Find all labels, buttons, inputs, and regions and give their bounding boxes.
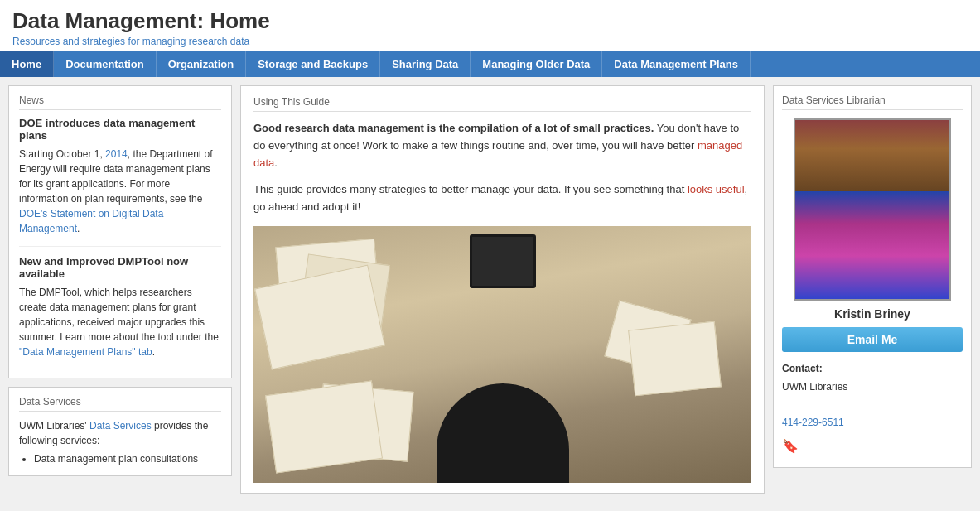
guide-para-1: Good research data management is the com… [253,120,751,171]
svg-point-19 [850,163,896,215]
news-item-1: DOE introduces data management plans Sta… [19,117,221,236]
site-header: Data Management: Home Resources and stra… [0,0,980,51]
svg-rect-8 [795,152,832,167]
svg-rect-7 [891,137,928,152]
news-card: News DOE introduces data management plan… [8,85,232,378]
nav-documentation[interactable]: Documentation [54,51,157,77]
svg-rect-17 [873,186,910,200]
data-services-body: UWM Libraries' Data Services provides th… [19,418,221,448]
data-services-list: Data management plan consultations [34,453,221,465]
right-panel: Data Services Librarian [773,85,972,494]
librarian-name: Kristin Briney [782,307,963,321]
subtitle-link[interactable]: managing research data [142,36,249,47]
contact-section: Contact: UWM Libraries 414-229-6511 🔖 [782,360,963,459]
svg-rect-29 [851,257,863,263]
page-title: Data Management: Home [12,8,968,34]
svg-rect-9 [834,152,871,167]
nav-storage-backups[interactable]: Storage and Backups [246,51,380,77]
chair [437,383,569,483]
paper-7 [628,321,722,397]
content-card: Using This Guide Good research data mana… [240,85,765,494]
data-services-link[interactable]: Data Services [89,420,152,431]
content-section-title: Using This Guide [253,96,751,112]
main-nav: Home Documentation Organization Storage … [0,51,980,77]
site-subtitle: Resources and strategies for managing re… [12,36,968,47]
data-services-list-item-1: Data management plan consultations [34,453,221,465]
phone-link[interactable]: 11 [833,417,843,428]
librarian-photo [794,118,951,301]
news-divider [19,246,221,247]
data-services-card: Data Services UWM Libraries' Data Servic… [8,387,232,476]
nav-home[interactable]: Home [0,51,54,77]
paper-3 [254,265,385,370]
svg-rect-3 [873,120,910,135]
svg-rect-15 [795,186,832,200]
nav-managing-older-data[interactable]: Managing Older Data [471,51,602,77]
svg-rect-18 [912,186,949,200]
svg-rect-21 [850,173,896,186]
svg-rect-25 [848,229,865,236]
nav-sharing-data[interactable]: Sharing Data [380,51,471,77]
librarian-photo-inner [795,120,949,299]
svg-rect-22 [858,191,871,200]
svg-point-20 [850,157,896,189]
desk-scene [253,226,751,483]
svg-rect-16 [834,186,871,200]
svg-rect-10 [873,152,910,167]
news-year-link[interactable]: 2014 [105,148,128,160]
svg-rect-26 [867,234,886,240]
email-button[interactable]: Email Me [782,327,963,352]
news-item-1-heading: DOE introduces data management plans [19,117,221,142]
guide-image [253,226,751,483]
svg-rect-11 [912,152,949,167]
doe-link[interactable]: DOE's Statement on Digital Data Manageme… [19,208,163,234]
nav-data-management-plans[interactable]: Data Management Plans [602,51,751,77]
librarian-card: Data Services Librarian [773,85,972,468]
contact-org: UWM Libraries [782,381,847,393]
news-item-2-heading: New and Improved DMPTool now available [19,255,221,280]
svg-rect-13 [852,169,889,184]
main-layout: News DOE introduces data management plan… [0,77,980,502]
svg-rect-27 [852,243,867,250]
subtitle-text: Resources and strategies for [12,36,142,47]
monitor [470,234,536,288]
svg-rect-6 [852,137,889,152]
news-item-2-body: The DMPTool, which helps researchers cre… [19,285,221,359]
sidebar: News DOE introduces data management plan… [8,85,232,494]
svg-rect-30 [867,261,889,268]
paper-5 [265,380,383,473]
dmptool-tab-link[interactable]: "Data Management Plans" tab [19,346,152,358]
bookmark-icon: 🔖 [782,435,963,459]
guide-para-1-bold: Good research data management is the com… [253,122,654,134]
svg-rect-0 [795,120,949,298]
news-item-2: New and Improved DMPTool now available T… [19,255,221,359]
svg-rect-1 [795,120,832,135]
phone-number: 414-229-6511 [782,417,844,428]
svg-rect-12 [813,169,850,184]
data-services-title: Data Services [19,396,221,412]
svg-rect-28 [870,248,888,255]
nav-organization[interactable]: Organization [157,51,246,77]
librarian-card-title: Data Services Librarian [782,94,963,110]
svg-rect-4 [912,120,949,135]
svg-rect-23 [874,191,887,200]
svg-rect-31 [867,211,878,228]
guide-para-2: This guide provides many strategies to b… [253,181,751,216]
svg-rect-5 [813,137,850,152]
svg-rect-2 [834,120,871,135]
contact-label: Contact: [782,363,823,374]
svg-rect-14 [891,169,928,184]
looks-useful-link[interactable]: looks useful [688,183,745,195]
content-area: Using This Guide Good research data mana… [240,85,765,494]
news-card-title: News [19,94,221,110]
news-item-1-body: Starting October 1, 2014, the Department… [19,147,221,236]
